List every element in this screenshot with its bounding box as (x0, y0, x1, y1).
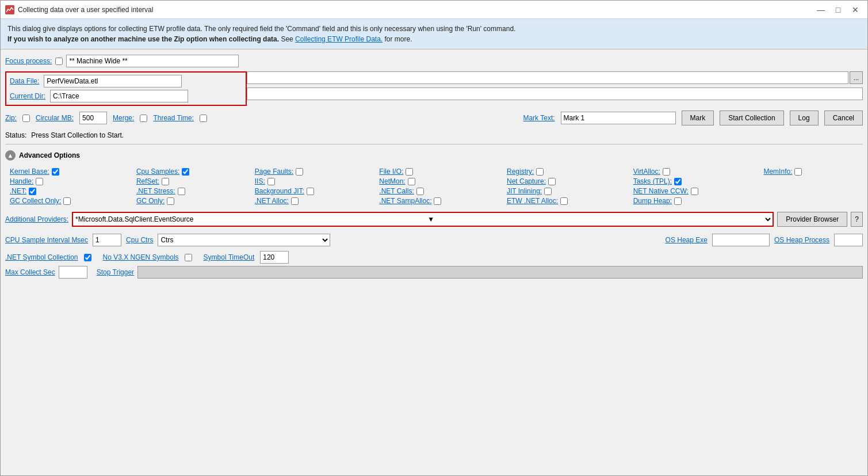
separator-1 (5, 144, 863, 144)
dotnet-symbol-checkbox[interactable] (84, 254, 91, 261)
info-link[interactable]: Collecting ETW Profile Data. (295, 35, 383, 43)
page-faults-checkbox[interactable] (296, 168, 303, 176)
dotnet-sampalloc-checkbox[interactable] (434, 197, 441, 205)
dotnet-calls-checkbox[interactable] (416, 188, 424, 195)
meminfo-checkbox[interactable] (794, 168, 802, 176)
gc-only-checkbox[interactable] (167, 197, 174, 205)
current-dir-input[interactable] (50, 90, 188, 102)
close-button[interactable]: ✕ (848, 3, 863, 16)
kernel-base-checkbox[interactable] (52, 168, 59, 176)
circular-mb-label[interactable]: Circular MB: (36, 114, 74, 122)
mark-text-label[interactable]: Mark Text: (523, 114, 555, 122)
provider-browser-button[interactable]: Provider Browser (777, 212, 847, 227)
focus-process-input[interactable] (66, 55, 239, 67)
circular-mb-input[interactable] (79, 112, 107, 124)
background-jit-checkbox[interactable] (307, 188, 314, 195)
minimize-button[interactable]: — (813, 3, 828, 16)
mark-button[interactable]: Mark (682, 111, 714, 125)
max-collect-label[interactable]: Max Collect Sec (5, 268, 55, 276)
jit-inlining-checkbox[interactable] (544, 188, 552, 195)
controls-row: Zip: Circular MB: Merge: Thread Time: Ma… (5, 108, 863, 128)
cpu-ctrs-label[interactable]: Cpu Ctrs (126, 236, 153, 244)
netmon-checkbox[interactable] (408, 178, 415, 185)
maximize-button[interactable]: □ (831, 3, 846, 16)
log-button[interactable]: Log (790, 111, 819, 125)
advanced-options-header[interactable]: ▲ Advanced Options (5, 148, 863, 163)
zip-checkbox[interactable] (22, 115, 30, 122)
cpu-samples-checkbox[interactable] (182, 168, 189, 176)
dotnet-alloc-checkbox[interactable] (291, 197, 299, 205)
opt-netmon: NetMon: (379, 177, 498, 185)
stop-trigger-label[interactable]: Stop Trigger (97, 268, 134, 276)
stop-trigger-input[interactable] (137, 266, 863, 279)
os-heap-exe-label[interactable]: OS Heap Exe (666, 236, 708, 244)
cpu-interval-input[interactable] (93, 234, 121, 246)
data-file-full-row: ... (247, 71, 863, 84)
cpu-interval-label[interactable]: CPU Sample Interval Msec (5, 236, 88, 244)
dotnet-checkbox[interactable] (29, 188, 36, 195)
options-grid: Kernel Base: Cpu Samples: Page Faults: F… (5, 165, 863, 207)
focus-process-label[interactable]: Focus process: (5, 57, 52, 65)
os-heap-process-input[interactable] (834, 234, 863, 246)
os-heap-exe-input[interactable] (712, 234, 770, 246)
merge-checkbox[interactable] (140, 115, 147, 122)
zip-label[interactable]: Zip: (5, 114, 17, 122)
net-capture-checkbox[interactable] (548, 178, 556, 185)
dotnet-symbol-label[interactable]: .NET Symbol Collection (5, 253, 78, 261)
no-v3x-label[interactable]: No V3.X NGEN Symbols (103, 253, 179, 261)
providers-input[interactable] (73, 213, 425, 226)
data-file-label[interactable]: Data File: (10, 77, 39, 85)
max-collect-row: Max Collect Sec Stop Trigger (5, 266, 863, 279)
dump-heap-checkbox[interactable] (674, 197, 682, 205)
os-heap-process-label[interactable]: OS Heap Process (774, 236, 829, 244)
data-file-full-input[interactable] (247, 71, 848, 84)
merge-label[interactable]: Merge: (113, 114, 134, 122)
dotnet-native-ccw-checkbox[interactable] (691, 188, 698, 195)
iis-checkbox[interactable] (267, 178, 275, 185)
current-dir-full-input[interactable] (247, 87, 863, 100)
focus-process-checkbox[interactable] (55, 58, 63, 65)
providers-dropdown[interactable]: ▼ (425, 213, 773, 226)
opt-dotnet-native-ccw: NET Native CCW: (633, 187, 755, 195)
status-value: Press Start Collection to Start. (31, 131, 124, 139)
data-file-input[interactable] (44, 75, 182, 87)
cpu-ctrs-dropdown[interactable]: Ctrs (158, 234, 330, 246)
status-row: Status: Press Start Collection to Start. (5, 130, 863, 140)
info-suffix: See (281, 35, 295, 43)
mark-text-input[interactable] (561, 112, 676, 124)
etw-dotnet-alloc-checkbox[interactable] (560, 197, 568, 205)
window-controls: — □ ✕ (813, 3, 863, 16)
cpu-sample-row: CPU Sample Interval Msec Cpu Ctrs Ctrs O… (5, 231, 863, 249)
virtalloc-checkbox[interactable] (663, 168, 670, 176)
registry-checkbox[interactable] (536, 168, 544, 176)
dotnet-symbol-row: .NET Symbol Collection No V3.X NGEN Symb… (5, 251, 863, 264)
symbol-timeout-label[interactable]: Symbol TimeOut (204, 253, 255, 261)
status-label: Status: (5, 131, 26, 139)
gc-collect-only-checkbox[interactable] (63, 197, 71, 205)
opt-dotnet: .NET: (10, 187, 127, 195)
refset-checkbox[interactable] (162, 178, 169, 185)
thread-time-checkbox[interactable] (200, 115, 207, 122)
symbol-timeout-input[interactable] (260, 251, 289, 264)
current-dir-label[interactable]: Current Dir: (10, 92, 45, 100)
max-collect-input[interactable] (59, 266, 87, 279)
cancel-button[interactable]: Cancel (824, 111, 863, 125)
data-file-row: Data File: (10, 75, 242, 87)
opt-refset: RefSet: (136, 177, 246, 185)
additional-providers-label[interactable]: Additional Providers: (5, 215, 68, 223)
handle-checkbox[interactable] (36, 178, 43, 185)
providers-help-button[interactable]: ? (851, 212, 863, 227)
thread-time-label[interactable]: Thread Time: (153, 114, 194, 122)
opt-dotnet-alloc: .NET Alloc: (255, 197, 370, 205)
current-dir-row: Current Dir: (10, 90, 242, 102)
opt-registry: Registry: (507, 167, 624, 176)
opt-background-jit: Background JIT: (255, 187, 370, 195)
start-collection-button[interactable]: Start Collection (720, 111, 783, 125)
dotnet-stress-checkbox[interactable] (178, 188, 185, 195)
opt-gc-collect-only: GC Collect Only: (10, 197, 127, 205)
browse-button[interactable]: ... (850, 71, 863, 84)
opt-virtalloc: VirtAlloc: (633, 167, 755, 176)
tasks-tpl-checkbox[interactable] (674, 178, 682, 185)
file-io-checkbox[interactable] (406, 168, 413, 176)
no-v3x-checkbox[interactable] (185, 254, 192, 261)
